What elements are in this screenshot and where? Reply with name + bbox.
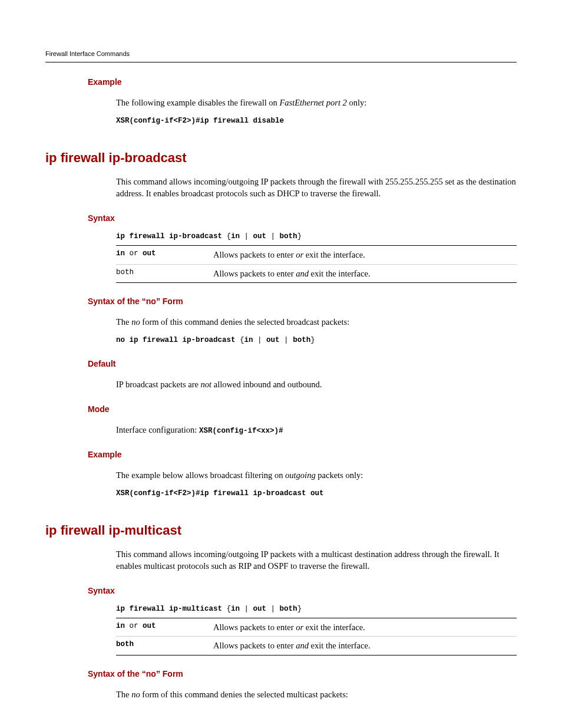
default-text-bc: IP broadcast packets are not allowed inb… <box>116 378 517 390</box>
c: no ip firewall ip-broadcast <box>116 336 236 344</box>
t: form of this command denies the selected… <box>140 317 350 327</box>
table-row: in or out Allows packets to enter or exi… <box>116 618 517 637</box>
table-row: both Allows packets to enter and exit th… <box>116 637 517 654</box>
t: no <box>131 690 140 699</box>
k: or <box>125 622 143 630</box>
cmd-intro-multicast: This command allows incoming/outgoing IP… <box>116 548 517 572</box>
noform-heading-mc: Syntax of the “no” Form <box>88 668 517 680</box>
d: exit the interface. <box>309 269 371 278</box>
example-heading-bc: Example <box>88 449 517 461</box>
table-row: both Allows packets to enter and exit th… <box>116 265 517 282</box>
t: The following example disables the firew… <box>116 98 279 107</box>
t: The <box>116 690 131 699</box>
k: both <box>116 268 134 276</box>
t: IP broadcast packets are <box>116 380 201 389</box>
d: exit the interface. <box>303 622 365 632</box>
c: both <box>280 232 297 241</box>
param-key: both <box>116 640 213 651</box>
c: | <box>280 336 293 344</box>
mode-text-bc: Interface configuration: XSR(config-if<x… <box>116 424 517 437</box>
t: outgoing <box>285 470 316 480</box>
cmd-intro-broadcast: This command allows incoming/outgoing IP… <box>116 176 517 200</box>
noform-heading-bc: Syntax of the “no” Form <box>88 296 517 308</box>
c: out <box>253 232 267 241</box>
d: Allows packets to enter <box>213 622 296 632</box>
c: out <box>266 336 280 344</box>
param-key: both <box>116 268 213 279</box>
d: Allows packets to enter <box>213 269 296 278</box>
c: both <box>280 605 297 613</box>
syntax-heading-mc: Syntax <box>88 585 517 597</box>
page-header: Firewall Interface Commands <box>45 50 517 62</box>
noform-text-bc: The no form of this command denies the s… <box>116 316 517 328</box>
t: allowed inbound and outbound. <box>211 380 322 389</box>
k: or <box>125 249 143 258</box>
d: and <box>296 641 309 650</box>
c: | <box>253 336 267 344</box>
d: exit the interface. <box>309 641 371 650</box>
d: exit the interface. <box>303 250 365 259</box>
param-desc: Allows packets to enter and exit the int… <box>213 640 371 651</box>
param-desc: Allows packets to enter or exit the inte… <box>213 249 365 261</box>
t: The <box>116 317 131 327</box>
table-row: in or out Allows packets to enter or exi… <box>116 246 517 264</box>
noform-code-bc: no ip firewall ip-broadcast {in | out | … <box>116 335 517 346</box>
t: only: <box>347 98 366 107</box>
c: { <box>222 232 231 241</box>
example-text-1: The following example disables the firew… <box>116 97 517 108</box>
param-table-mc: in or out Allows packets to enter or exi… <box>116 618 517 655</box>
t: form of this command denies the selected… <box>140 690 348 699</box>
example-code-1: XSR(config-if<F2>)#ip firewall disable <box>116 116 517 127</box>
c: ip firewall ip-broadcast <box>116 232 222 241</box>
c: | <box>240 605 253 613</box>
k: in <box>116 249 125 258</box>
c: in <box>231 232 240 241</box>
noform-text-mc: The no form of this command denies the s… <box>116 689 517 700</box>
syntax-code-bc: ip firewall ip-broadcast {in | out | bot… <box>116 232 517 242</box>
default-heading-bc: Default <box>88 358 517 370</box>
d: or <box>296 622 303 632</box>
example-heading-1: Example <box>88 77 517 88</box>
c: ip firewall ip-multicast <box>116 605 222 613</box>
t: packets only: <box>316 470 363 480</box>
param-key: in or out <box>116 621 213 633</box>
syntax-heading-bc: Syntax <box>88 213 517 225</box>
d: or <box>296 250 303 259</box>
param-key: in or out <box>116 249 213 261</box>
t: no <box>131 317 140 327</box>
c: in <box>231 605 240 613</box>
param-table-bc: in or out Allows packets to enter or exi… <box>116 245 517 283</box>
c: | <box>240 232 253 241</box>
k: in <box>116 622 125 630</box>
c: { <box>236 336 244 344</box>
syntax-code-mc: ip firewall ip-multicast {in | out | bot… <box>116 604 517 615</box>
mode-heading-bc: Mode <box>88 404 517 416</box>
t: The example below allows broadcast filte… <box>116 470 285 480</box>
param-desc: Allows packets to enter or exit the inte… <box>213 621 365 633</box>
c: both <box>293 336 310 344</box>
d: and <box>296 269 309 278</box>
c: | <box>266 605 280 613</box>
c: out <box>253 605 267 613</box>
d: Allows packets to enter <box>213 250 296 259</box>
c: } <box>297 605 302 613</box>
c: in <box>244 336 253 344</box>
param-desc: Allows packets to enter and exit the int… <box>213 268 371 279</box>
cmd-title-broadcast: ip firewall ip-broadcast <box>45 149 517 167</box>
c: | <box>266 232 280 241</box>
k: both <box>116 640 134 648</box>
mode-code: XSR(config-if<xx>)# <box>199 427 283 435</box>
k: out <box>143 622 156 630</box>
t: Interface configuration: <box>116 425 199 434</box>
c: } <box>310 336 315 344</box>
example-code-bc: XSR(config-if<F2>)#ip firewall ip-broadc… <box>116 489 517 499</box>
cmd-title-multicast: ip firewall ip-multicast <box>45 522 517 540</box>
c: } <box>297 232 302 241</box>
c: { <box>222 605 231 613</box>
example-text-bc: The example below allows broadcast filte… <box>116 469 517 481</box>
d: Allows packets to enter <box>213 641 296 650</box>
t: not <box>201 380 212 389</box>
t: FastEthernet port 2 <box>279 98 346 107</box>
k: out <box>143 249 156 258</box>
